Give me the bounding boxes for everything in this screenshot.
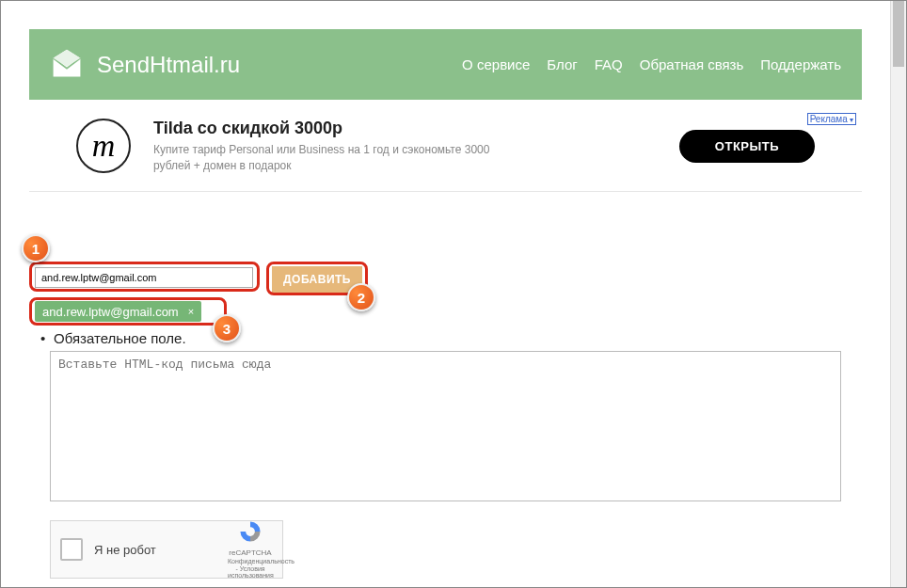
main-nav: О сервисе Блог FAQ Обратная связь Поддер… — [462, 56, 841, 72]
email-chip: and.rew.lptw@gmail.com × — [35, 301, 201, 322]
required-field-note: Обязательное поле. — [54, 330, 186, 346]
callout-marker-3: 3 — [213, 314, 241, 342]
logo[interactable]: SendHtmail.ru — [50, 48, 240, 82]
nav-support[interactable]: Поддержать — [760, 56, 841, 72]
nav-feedback[interactable]: Обратная связь — [640, 56, 744, 72]
recaptcha-terms: Конфиденциальность - Условия использован… — [228, 558, 273, 580]
scrollbar[interactable] — [890, 1, 906, 587]
site-title: SendHtmail.ru — [97, 52, 240, 78]
callout-marker-1: 1 — [22, 234, 50, 262]
recaptcha-icon — [238, 519, 263, 544]
callout-marker-2: 2 — [347, 283, 375, 311]
chip-remove-icon[interactable]: × — [188, 306, 194, 317]
scrollbar-thumb[interactable] — [893, 1, 904, 67]
ad-open-button[interactable]: ОТКРЫТЬ — [679, 130, 815, 163]
recaptcha-label: Я не робот — [94, 543, 216, 557]
html-code-textarea[interactable] — [50, 351, 841, 501]
nav-blog[interactable]: Блог — [547, 56, 577, 72]
ad-subtitle: Купите тариф Personal или Business на 1 … — [153, 142, 511, 174]
email-input[interactable] — [35, 267, 253, 288]
email-chip-label: and.rew.lptw@gmail.com — [42, 305, 179, 319]
envelope-icon — [50, 48, 84, 82]
ad-logo: т — [76, 119, 131, 173]
recaptcha-badge: reCAPTCHA Конфиденциальность - Условия и… — [228, 519, 273, 580]
divider — [29, 191, 862, 192]
recaptcha-widget: Я не робот reCAPTCHA Конфиденциальность … — [50, 520, 283, 579]
site-header: SendHtmail.ru О сервисе Блог FAQ Обратна… — [29, 29, 862, 100]
nav-about[interactable]: О сервисе — [462, 56, 530, 72]
recaptcha-checkbox[interactable] — [60, 538, 83, 561]
recaptcha-brand: reCAPTCHA — [228, 549, 273, 558]
ad-title: Tilda со скидкой 3000р — [153, 119, 657, 138]
nav-faq[interactable]: FAQ — [595, 56, 623, 72]
